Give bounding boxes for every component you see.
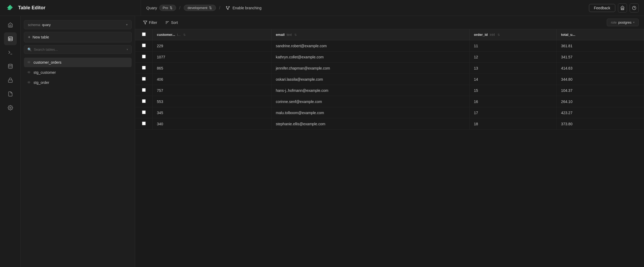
header-customer-id[interactable]: customer... i... ⇅ [153, 29, 271, 40]
sort-label: Sort [171, 20, 178, 25]
search-tables-container[interactable]: 🔍 Search tables... ▾ [24, 45, 132, 54]
table-name-stg-order: stg_order [34, 80, 49, 85]
tier-badge[interactable]: Pro ⇅ [159, 5, 176, 11]
select-all-checkbox[interactable] [142, 32, 146, 36]
table-container[interactable]: customer... i... ⇅ email text ⇅ order_id… [135, 29, 644, 267]
cell-total-2: 414.63 [557, 63, 644, 74]
schema-selector[interactable]: schema: quary ▾ [24, 20, 132, 29]
row-checkbox-0[interactable] [142, 44, 146, 47]
sidebar-item-storage[interactable] [4, 88, 17, 100]
cell-order-id-4: 15 [470, 85, 557, 96]
svg-marker-16 [143, 21, 147, 24]
filter-label: Filter [149, 20, 157, 25]
table-row[interactable]: 553 corinne.senf@example.com 16 264.10 [135, 96, 644, 107]
table-row[interactable]: 406 oskari.lassila@example.com 14 344.80 [135, 74, 644, 85]
search-placeholder: Search tables... [34, 48, 58, 51]
cell-total-0: 361.81 [557, 40, 644, 51]
row-checkbox-cell[interactable] [135, 63, 153, 74]
cell-total-4: 104.37 [557, 85, 644, 96]
svg-point-15 [10, 107, 11, 109]
sidebar-item-home[interactable] [4, 19, 17, 31]
row-checkbox-2[interactable] [142, 66, 146, 70]
search-icon: 🔍 [27, 48, 32, 51]
row-checkbox-cell[interactable] [135, 74, 153, 85]
cell-email-3: oskari.lassila@example.com [271, 74, 470, 85]
sort-icon-customer: ⇅ [183, 33, 186, 36]
row-checkbox-cell[interactable] [135, 51, 153, 63]
header-order-id[interactable]: order_id int4 ⇅ [470, 29, 557, 40]
filter-button[interactable]: Filter [140, 19, 160, 26]
table-row[interactable]: 340 stephanie.ellis@example.com 18 373.8… [135, 118, 644, 130]
row-checkbox-cell[interactable] [135, 96, 153, 107]
feedback-button[interactable]: Feedback [589, 4, 615, 12]
enable-branching-button[interactable]: Enable branching [225, 6, 261, 10]
sidebar-item-database[interactable] [4, 60, 17, 73]
row-checkbox-cell[interactable] [135, 85, 153, 96]
table-list-item-stg-order[interactable]: 👁 stg_order [24, 78, 132, 87]
inbox-icon[interactable] [618, 3, 627, 12]
table-row[interactable]: 345 malu.tolboom@example.com 17 423.27 [135, 107, 644, 118]
row-checkbox-1[interactable] [142, 55, 146, 58]
cell-customer-id-6: 345 [153, 107, 271, 118]
eye-icon-customer-orders: 👁 [27, 60, 31, 64]
table-header-row: customer... i... ⇅ email text ⇅ order_id… [135, 29, 644, 40]
role-selector[interactable]: role postgres ▾ [607, 19, 639, 26]
schema-value: quary [42, 23, 51, 27]
svg-point-2 [228, 9, 228, 10]
table-row[interactable]: 229 sandrine.robert@example.com 11 361.8… [135, 40, 644, 51]
row-checkbox-5[interactable] [142, 99, 146, 103]
logo-icon[interactable] [5, 3, 15, 13]
row-checkbox-cell[interactable] [135, 40, 153, 51]
row-checkbox-3[interactable] [142, 77, 146, 81]
table-list-item-stg-customer[interactable]: 👁 stg_customer [24, 68, 132, 77]
cell-email-1: kathryn.collet@example.com [271, 51, 470, 63]
chevron-up-down-icon: ⇅ [170, 6, 173, 10]
toolbar: Filter Sort role postgres ▾ [135, 16, 644, 29]
header-checkbox-cell[interactable] [135, 29, 153, 40]
role-label: role [611, 20, 617, 24]
cell-email-7: stephanie.ellis@example.com [271, 118, 470, 130]
sidebar-item-sql-editor[interactable] [4, 46, 17, 59]
row-checkbox-7[interactable] [142, 122, 146, 125]
help-icon[interactable] [630, 3, 639, 12]
table-row[interactable]: 865 jennifer.chapman@example.com 13 414.… [135, 63, 644, 74]
eye-icon-stg-order: 👁 [27, 80, 31, 85]
cell-order-id-2: 13 [470, 63, 557, 74]
table-row[interactable]: 1077 kathryn.collet@example.com 12 341.5… [135, 51, 644, 63]
role-value: postgres [618, 20, 632, 24]
svg-point-1 [229, 6, 229, 7]
row-checkbox-cell[interactable] [135, 118, 153, 130]
new-table-button[interactable]: + New table [24, 32, 132, 42]
table-name-stg-customer: stg_customer [34, 70, 56, 75]
sidebar-item-table-editor[interactable] [4, 32, 17, 45]
cell-total-7: 373.80 [557, 118, 644, 130]
cell-order-id-7: 18 [470, 118, 557, 130]
cell-customer-id-4: 757 [153, 85, 271, 96]
row-checkbox-4[interactable] [142, 88, 146, 92]
top-bar: Table Editor Quary Pro ⇅ / development ⇅… [0, 0, 644, 16]
sort-icon-email: ⇅ [294, 33, 297, 36]
svg-rect-8 [8, 37, 12, 41]
row-checkbox-6[interactable] [142, 110, 146, 114]
row-checkbox-cell[interactable] [135, 107, 153, 118]
cell-customer-id-5: 553 [153, 96, 271, 107]
header-email[interactable]: email text ⇅ [271, 29, 470, 40]
cell-total-1: 341.57 [557, 51, 644, 63]
table-row[interactable]: 757 hans-j..hofmann@example.com 15 104.3… [135, 85, 644, 96]
env-badge[interactable]: development ⇅ [184, 5, 216, 11]
header-total[interactable]: total_u... [557, 29, 644, 40]
table-list-item-customer-orders[interactable]: 👁 customer_orders [24, 58, 132, 67]
chevron-up-down-icon-2: ⇅ [209, 6, 212, 10]
sort-button[interactable]: Sort [162, 19, 181, 26]
cell-customer-id-1: 1077 [153, 51, 271, 63]
cell-order-id-0: 11 [470, 40, 557, 51]
app-title: Table Editor [18, 5, 45, 11]
schema-label: schema: [28, 23, 41, 27]
cell-customer-id-0: 229 [153, 40, 271, 51]
cell-email-6: malu.tolboom@example.com [271, 107, 470, 118]
cell-email-2: jennifer.chapman@example.com [271, 63, 470, 74]
main-layout: schema: quary ▾ + New table 🔍 Search tab… [0, 16, 644, 267]
sidebar-item-auth[interactable] [4, 74, 17, 87]
cell-email-0: sandrine.robert@example.com [271, 40, 470, 51]
sidebar-item-settings[interactable] [4, 101, 17, 114]
